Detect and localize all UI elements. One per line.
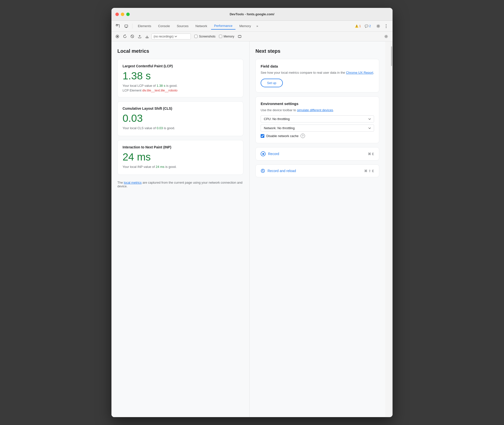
record-row[interactable]: Record ⌘ E	[256, 147, 379, 160]
screenshots-checkbox-group: Screenshots	[194, 35, 216, 38]
lcp-desc-prefix: Your local LCP value of	[123, 84, 157, 88]
left-panel: Local metrics Largest Contentful Paint (…	[111, 41, 250, 417]
devtools-icons	[114, 23, 130, 30]
clear-icon[interactable]	[129, 34, 135, 39]
window-title: DevTools - fonts.google.com/	[230, 12, 274, 16]
record-left: Record	[261, 151, 279, 156]
next-steps-title: Next steps	[255, 48, 379, 54]
screenshots-label: Screenshots	[199, 35, 216, 38]
svg-line-12	[131, 35, 133, 37]
lcp-element-link[interactable]: div.tile__text.tile__roboto	[142, 89, 178, 92]
cls-desc: Your local CLS value of 0.03 is good.	[123, 126, 238, 130]
environment-title: Environment settings	[261, 102, 374, 106]
environment-desc: Use the device toolbar to simulate diffe…	[261, 108, 374, 113]
disable-cache-checkbox[interactable]	[261, 134, 264, 138]
env-desc-prefix: Use the device toolbar to	[261, 108, 297, 112]
field-data-card: Field data See how your local metrics co…	[255, 59, 379, 92]
disable-cache-row: Disable network cache ?	[261, 134, 374, 138]
cpu-throttling-icon[interactable]	[237, 34, 243, 39]
main-toolbar: Elements Console Sources Network Perform…	[111, 21, 393, 32]
inp-desc: Your local INP value of 24 ms is good.	[123, 165, 238, 169]
lcp-desc-suffix: is good.	[165, 84, 177, 88]
main-content: Local metrics Largest Contentful Paint (…	[111, 41, 385, 417]
action-bar: (no recordings) Screenshots Memory	[111, 32, 393, 41]
reload-page-icon[interactable]	[122, 34, 128, 39]
record-card: Record ⌘ E	[255, 147, 379, 160]
lcp-title: Largest Contentful Paint (LCP)	[123, 64, 238, 68]
titlebar: DevTools - fonts.google.com/	[111, 8, 393, 21]
svg-point-5	[378, 25, 379, 27]
performance-settings-icon[interactable]	[383, 33, 390, 40]
svg-point-7	[386, 26, 387, 26]
scrollbar-thumb[interactable]	[391, 46, 392, 66]
tab-elements[interactable]: Elements	[135, 23, 154, 29]
network-throttling-dropdown[interactable]: Network: No throttling	[261, 124, 374, 132]
record-reload-card: Record and reload ⌘ ⇧ E	[255, 164, 379, 177]
cls-desc-suffix: is good.	[163, 126, 175, 130]
inp-desc-prefix: Your local INP value of	[123, 165, 156, 169]
record-reload-shortcut: ⌘ ⇧ E	[364, 169, 374, 173]
lcp-card: Largest Contentful Paint (LCP) 1.38 s Yo…	[117, 59, 243, 97]
lcp-element-label: LCP Element	[123, 89, 141, 92]
lcp-desc-value: 1.38 s	[157, 84, 165, 88]
toolbar-divider	[132, 24, 132, 29]
chat-icon: 💬	[365, 24, 368, 28]
field-data-desc-suffix: .	[373, 71, 374, 74]
network-dropdown-chevron	[368, 127, 371, 129]
settings-icon[interactable]	[375, 23, 382, 30]
inp-desc-value: 24 ms	[156, 165, 164, 169]
inp-title: Interaction to Next Paint (INP)	[123, 145, 238, 149]
memory-checkbox-group: Memory	[219, 35, 234, 38]
simulate-devices-link[interactable]: simulate different devices	[297, 108, 333, 112]
field-data-title: Field data	[261, 64, 374, 68]
lcp-element: LCP Element div.tile__text.tile__roboto	[123, 89, 238, 92]
setup-button[interactable]: Set up	[261, 79, 283, 87]
start-recording-icon[interactable]	[114, 34, 120, 39]
help-icon[interactable]: ?	[301, 134, 305, 138]
memory-checkbox[interactable]	[219, 35, 222, 38]
more-tabs-button[interactable]: »	[255, 23, 260, 29]
close-button[interactable]	[115, 13, 119, 16]
inspect-element-icon[interactable]	[114, 23, 121, 30]
recordings-dropdown[interactable]: (no recordings)	[151, 34, 191, 39]
device-toolbar-icon[interactable]	[123, 23, 130, 30]
chrome-ux-report-link[interactable]: Chrome UX Report	[346, 71, 373, 74]
field-data-desc-prefix: See how your local metrics compare to re…	[261, 71, 346, 74]
cpu-throttling-dropdown[interactable]: CPU: No throttling	[261, 115, 374, 123]
inp-card: Interaction to Next Paint (INP) 24 ms Yo…	[117, 140, 243, 175]
field-data-desc: See how your local metrics compare to re…	[261, 70, 374, 75]
tab-memory[interactable]: Memory	[236, 23, 254, 29]
right-panel: Next steps Field data See how your local…	[250, 41, 385, 417]
local-metrics-title: Local metrics	[117, 48, 243, 54]
record-shortcut: ⌘ E	[368, 152, 374, 156]
inp-value: 24 ms	[123, 151, 238, 163]
svg-rect-2	[125, 25, 128, 27]
lcp-value: 1.38 s	[123, 70, 238, 82]
content-wrapper: Local metrics Largest Contentful Paint (…	[111, 41, 393, 417]
screenshots-checkbox[interactable]	[194, 35, 198, 38]
record-reload-row[interactable]: Record and reload ⌘ ⇧ E	[256, 165, 379, 177]
cls-title: Cumulative Layout Shift (CLS)	[123, 106, 238, 110]
tab-network[interactable]: Network	[193, 23, 210, 29]
footer-prefix: The	[117, 181, 124, 184]
svg-point-20	[386, 36, 387, 37]
download-icon[interactable]	[144, 34, 150, 39]
warning-icon: ⚠️	[355, 24, 359, 28]
disable-cache-label: Disable network cache	[266, 134, 299, 138]
inp-desc-suffix: is good.	[164, 165, 177, 169]
devtools-window: DevTools - fonts.google.com/ Elements	[111, 8, 393, 417]
upload-icon[interactable]	[137, 34, 143, 39]
cls-desc-value: 0.03	[157, 126, 163, 130]
tab-console[interactable]: Console	[155, 23, 173, 29]
environment-settings-card: Environment settings Use the device tool…	[255, 96, 379, 143]
tab-performance[interactable]: Performance	[211, 22, 235, 30]
recordings-value: (no recordings)	[154, 35, 174, 38]
local-metrics-link[interactable]: local metrics	[124, 181, 142, 184]
more-options-icon[interactable]	[383, 23, 390, 30]
env-desc-suffix: .	[333, 108, 334, 112]
network-throttling-value: Network: No throttling	[264, 126, 295, 130]
cls-desc-prefix: Your local CLS value of	[123, 126, 157, 130]
maximize-button[interactable]	[126, 13, 130, 16]
tab-sources[interactable]: Sources	[174, 23, 192, 29]
minimize-button[interactable]	[121, 13, 124, 16]
